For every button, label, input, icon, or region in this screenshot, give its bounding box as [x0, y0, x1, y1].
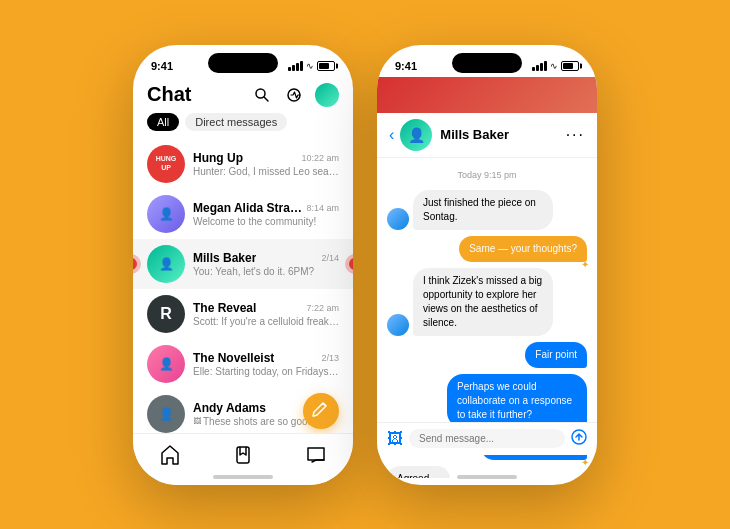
chat-info-reveal: The Reveal 7:22 am Scott: If you're a ce…	[193, 301, 339, 327]
chat-time-novelleist: 2/13	[321, 353, 339, 363]
status-icons-left: ∿	[288, 61, 335, 71]
chat-name-novelleist: The Novelleist	[193, 351, 274, 365]
chat-name-reveal: The Reveal	[193, 301, 256, 315]
nav-chat[interactable]	[301, 440, 331, 470]
chat-item-hung-up[interactable]: HUNGUP Hung Up 10:22 am Hunter: God, I m…	[133, 139, 353, 189]
message-input[interactable]	[409, 429, 565, 448]
chat-info-hung-up: Hung Up 10:22 am Hunter: God, I missed L…	[193, 151, 339, 177]
right-phone: 9:41 ∿ ‹ 👤 Mills Baker ··· To	[377, 45, 597, 485]
message-row-1: Same — your thoughts? ✦	[387, 236, 587, 262]
chat-preview-megan: Welcome to the community!	[193, 216, 339, 227]
chat-title: Chat	[147, 83, 191, 106]
message-row-4: Perhaps we could collaborate on a respon…	[387, 374, 587, 428]
svg-rect-3	[237, 447, 249, 463]
send-button[interactable]	[571, 429, 587, 449]
avatar-mills: 👤	[147, 245, 185, 283]
chat-name-hung-up: Hung Up	[193, 151, 243, 165]
bubble-4: Perhaps we could collaborate on a respon…	[447, 374, 587, 428]
dynamic-island-left	[208, 53, 278, 73]
chat-preview-novelleist: Elle: Starting today, on Fridays I will …	[193, 366, 339, 377]
filter-all[interactable]: All	[147, 113, 179, 131]
avatar-reveal: R	[147, 295, 185, 333]
partial-photo	[377, 77, 597, 113]
battery-icon-right	[561, 61, 579, 71]
status-icons-right: ∿	[532, 61, 579, 71]
filter-row: All Direct messages	[133, 113, 353, 139]
chat-name-andy: Andy Adams	[193, 401, 266, 415]
date-divider: Today 9:15 pm	[387, 170, 587, 180]
home-indicator-left	[213, 475, 273, 479]
avatar-megan: 👤	[147, 195, 185, 233]
bubble-2: I think Zizek's missed a big opportunity…	[413, 268, 553, 336]
search-button[interactable]	[251, 84, 273, 106]
chat-preview-mills: You: Yeah, let's do it. 6PM?	[193, 266, 339, 277]
signal-icon	[288, 61, 303, 71]
chat-preview-hung-up: Hunter: God, I missed Leo season this ye…	[193, 166, 339, 177]
chat-header: Chat	[133, 77, 353, 113]
back-button[interactable]: ‹	[389, 126, 394, 144]
chat-info-novelleist: The Novelleist 2/13 Elle: Starting today…	[193, 351, 339, 377]
message-row-2: I think Zizek's missed a big opportunity…	[387, 268, 587, 336]
input-bar: 🖼	[377, 422, 597, 455]
chat-time-hung-up: 10:22 am	[301, 153, 339, 163]
bubble-3: Fair point	[525, 342, 587, 368]
avatar-novelleist: 👤	[147, 345, 185, 383]
time-right: 9:41	[395, 60, 417, 72]
profile-avatar[interactable]	[315, 83, 339, 107]
chat-info-mills: Mills Baker 2/14 You: Yeah, let's do it.…	[193, 251, 339, 277]
nav-bookmark[interactable]	[228, 440, 258, 470]
compose-button[interactable]	[303, 393, 339, 429]
bubble-1: Same — your thoughts?	[459, 236, 587, 262]
chat-item-novelleist[interactable]: 👤 The Novelleist 2/13 Elle: Starting tod…	[133, 339, 353, 389]
chat-detail-header: ‹ 👤 Mills Baker ···	[377, 113, 597, 158]
filter-direct[interactable]: Direct messages	[185, 113, 287, 131]
msg-avatar-2	[387, 314, 409, 336]
chat-time-megan: 8:14 am	[306, 203, 339, 213]
svg-line-1	[264, 97, 268, 101]
image-attach-button[interactable]: 🖼	[387, 430, 403, 448]
msg-avatar-0	[387, 208, 409, 230]
wifi-icon-right: ∿	[550, 61, 558, 71]
chat-item-megan[interactable]: 👤 Megan Alida Strachan 8:14 am Welcome t…	[133, 189, 353, 239]
message-row-3: Fair point	[387, 342, 587, 368]
message-row-0: Just finished the piece on Sontag.	[387, 190, 587, 230]
chat-item-mills[interactable]: 👤 Mills Baker 2/14 You: Yeah, let's do i…	[133, 239, 353, 289]
phones-container: 9:41 ∿ Chat	[133, 45, 597, 485]
chat-header-icons	[251, 83, 339, 107]
chat-name-mills: Mills Baker	[193, 251, 256, 265]
more-button[interactable]: ···	[566, 126, 585, 144]
signal-icon-right	[532, 61, 547, 71]
time-left: 9:41	[151, 60, 173, 72]
battery-icon	[317, 61, 335, 71]
chat-info-megan: Megan Alida Strachan 8:14 am Welcome to …	[193, 201, 339, 227]
home-indicator-right	[457, 475, 517, 479]
avatar-hung-up: HUNGUP	[147, 145, 185, 183]
dynamic-island-right	[452, 53, 522, 73]
wifi-icon: ∿	[306, 61, 314, 71]
nav-home[interactable]	[155, 440, 185, 470]
chat-name-megan: Megan Alida Strachan	[193, 201, 306, 215]
chat-item-reveal[interactable]: R The Reveal 7:22 am Scott: If you're a …	[133, 289, 353, 339]
bubble-0: Just finished the piece on Sontag.	[413, 190, 553, 230]
activity-button[interactable]	[283, 84, 305, 106]
detail-avatar: 👤	[400, 119, 432, 151]
bubble-6: Agreed....	[387, 466, 450, 478]
left-phone: 9:41 ∿ Chat	[133, 45, 353, 485]
detail-name: Mills Baker	[440, 127, 565, 142]
avatar-andy: 👤	[147, 395, 185, 433]
chat-time-reveal: 7:22 am	[306, 303, 339, 313]
chat-preview-reveal: Scott: If you're a celluloid freak (and …	[193, 316, 339, 327]
chat-time-mills: 2/14	[321, 253, 339, 263]
